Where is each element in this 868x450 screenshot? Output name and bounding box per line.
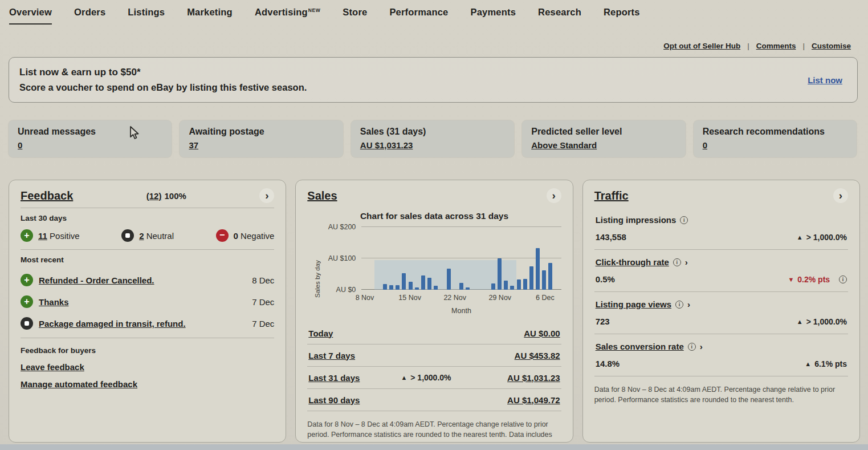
comments-link[interactable]: Comments bbox=[756, 42, 796, 50]
trend-value: > 1,000.0% bbox=[806, 233, 847, 242]
chevron-right-icon[interactable]: › bbox=[687, 300, 690, 309]
nav-item-reports[interactable]: Reports bbox=[604, 7, 640, 25]
nav-item-payments[interactable]: Payments bbox=[470, 7, 516, 25]
today-link[interactable]: Today bbox=[308, 329, 333, 338]
trend-indicator: ▼0.2% pts bbox=[788, 275, 847, 284]
feedback-date: 7 Dec bbox=[252, 297, 274, 307]
metric-sales-conversion-rate: Sales conversion rate › 14.8% ▲6.1% pts bbox=[594, 334, 848, 376]
listing-page-views-link[interactable]: Listing page views bbox=[596, 299, 671, 309]
feedback-count-link[interactable]: (12) bbox=[146, 191, 162, 201]
tile-value-link[interactable]: 0 bbox=[703, 140, 707, 150]
traffic-panel-header: Traffic › bbox=[594, 188, 848, 203]
opt-out-seller-hub-link[interactable]: Opt out of Seller Hub bbox=[663, 42, 740, 50]
customise-link[interactable]: Customise bbox=[812, 42, 851, 50]
chart-bar bbox=[459, 283, 463, 290]
nav-item-listings[interactable]: Listings bbox=[128, 7, 165, 25]
tile-value-link[interactable]: 37 bbox=[189, 140, 198, 150]
list-now-link[interactable]: List now bbox=[808, 75, 842, 85]
info-icon[interactable] bbox=[680, 216, 688, 224]
nav-item-orders[interactable]: Orders bbox=[74, 7, 105, 25]
positive-feedback-icon bbox=[21, 229, 33, 242]
last-90-days-value-link[interactable]: AU $1,049.72 bbox=[507, 395, 560, 405]
trend-up-icon: ▲ bbox=[797, 318, 803, 325]
nav-item-label: Advertising bbox=[255, 7, 308, 17]
sales-chart: Sales by day AU $0AU $100AU $2008 Nov15 … bbox=[307, 227, 561, 315]
last-7-days-link[interactable]: Last 7 days bbox=[308, 351, 355, 360]
trend-indicator: ▲> 1,000.0% bbox=[797, 317, 847, 326]
chart-bar bbox=[409, 282, 413, 290]
banner-subtitle: Score a voucher to spend on eBay by list… bbox=[19, 82, 307, 93]
feedback-panel-header: Feedback (12) 100% › bbox=[21, 188, 274, 203]
negative-count: 0 bbox=[234, 231, 238, 241]
tile-value-link[interactable]: 0 bbox=[18, 140, 22, 150]
new-badge: NEW bbox=[308, 7, 320, 13]
chevron-right-icon[interactable]: › bbox=[685, 258, 688, 266]
chevron-right-icon[interactable]: › bbox=[547, 188, 561, 203]
most-recent-label: Most recent bbox=[21, 256, 274, 264]
last-31-days-value-link[interactable]: AU $1,031.23 bbox=[507, 373, 560, 383]
sales-panel: Sales › Chart for sales data across 31 d… bbox=[295, 180, 573, 443]
last-90-days-link[interactable]: Last 90 days bbox=[308, 395, 360, 405]
listing-impressions-value: 143,558 bbox=[596, 232, 626, 242]
last-31-days-link[interactable]: Last 31 days bbox=[308, 373, 360, 383]
nav-item-performance[interactable]: Performance bbox=[389, 7, 448, 25]
positive-count-link[interactable]: 11 bbox=[38, 231, 47, 241]
info-icon[interactable] bbox=[675, 301, 683, 309]
leave-feedback-link[interactable]: Leave feedback bbox=[21, 362, 274, 372]
sales-conversion-rate-link[interactable]: Sales conversion rate bbox=[596, 342, 684, 351]
click-through-rate-link[interactable]: Click-through rate bbox=[596, 257, 669, 267]
nav-item-advertising[interactable]: AdvertisingNEW bbox=[255, 7, 320, 25]
feedback-date: 7 Dec bbox=[252, 319, 274, 329]
tile-sales-31-days[interactable]: Sales (31 days) AU $1,031.23 bbox=[351, 120, 514, 157]
last-30-days-label: Last 30 days bbox=[21, 214, 274, 222]
sales-title-link[interactable]: Sales bbox=[307, 189, 337, 202]
chart-x-tick: 22 Nov bbox=[443, 294, 466, 302]
tile-value-link[interactable]: Above Standard bbox=[531, 140, 597, 150]
metric-click-through-rate: Click-through rate › 0.5% ▼0.2% pts bbox=[594, 250, 848, 292]
positive-feedback-icon bbox=[21, 295, 33, 308]
nav-item-research[interactable]: Research bbox=[538, 7, 581, 25]
nav-item-overview[interactable]: Overview bbox=[9, 7, 52, 25]
seller-hub-overview-page: Overview Orders Listings Marketing Adver… bbox=[0, 0, 868, 450]
chevron-right-icon[interactable]: › bbox=[700, 342, 703, 351]
info-icon[interactable] bbox=[688, 343, 696, 351]
feedback-comment-link[interactable]: Package damaged in transit, refund. bbox=[39, 319, 186, 329]
bottom-strip bbox=[0, 444, 868, 450]
feedback-neutral-summary: 2 Neutral bbox=[121, 229, 174, 242]
tile-unread-messages[interactable]: Unread messages 0 bbox=[9, 120, 172, 157]
sales-chart-title: Chart for sales data across 31 days bbox=[307, 211, 561, 221]
tile-awaiting-postage[interactable]: Awaiting postage 37 bbox=[180, 120, 343, 157]
neutral-count-link[interactable]: 2 bbox=[139, 231, 144, 241]
info-icon[interactable] bbox=[673, 258, 681, 266]
feedback-title-link[interactable]: Feedback bbox=[21, 189, 73, 202]
feedback-comment-link[interactable]: Thanks bbox=[39, 297, 69, 307]
trend-indicator: ▲6.1% pts bbox=[805, 359, 847, 368]
chevron-right-icon[interactable]: › bbox=[259, 188, 274, 203]
chevron-right-icon[interactable]: › bbox=[833, 188, 848, 203]
feedback-comment-link[interactable]: Refunded - Order Cancelled. bbox=[39, 275, 154, 285]
last-7-days-value-link[interactable]: AU $453.82 bbox=[515, 351, 560, 360]
tile-predicted-seller-level[interactable]: Predicted seller level Above Standard bbox=[522, 120, 685, 157]
today-value-link[interactable]: AU $0.00 bbox=[524, 329, 560, 338]
sales-row-last-90-days: Last 90 days AU $1,049.72 bbox=[307, 389, 561, 411]
chart-bar bbox=[510, 286, 514, 290]
positive-label: Positive bbox=[50, 231, 80, 241]
feedback-percent: 100% bbox=[164, 191, 186, 201]
chart-bar bbox=[498, 258, 502, 290]
recent-feedback-row: Thanks 7 Dec bbox=[21, 291, 274, 313]
negative-feedback-icon bbox=[216, 229, 229, 242]
traffic-title-link[interactable]: Traffic bbox=[594, 189, 629, 202]
nav-item-store[interactable]: Store bbox=[343, 7, 367, 25]
trend-value: > 1,000.0% bbox=[410, 373, 451, 382]
tile-value-link[interactable]: AU $1,031.23 bbox=[360, 140, 413, 150]
feedback-date: 8 Dec bbox=[252, 275, 274, 285]
tile-label: Sales (31 days) bbox=[360, 127, 505, 137]
dashboard-panels: Feedback (12) 100% › Last 30 days 11 Pos… bbox=[9, 180, 860, 443]
tile-research-recommendations[interactable]: Research recommendations 0 bbox=[694, 120, 857, 157]
nav-item-marketing[interactable]: Marketing bbox=[187, 7, 233, 25]
feedback-for-buyers-label: Feedback for buyers bbox=[21, 346, 274, 355]
chart-bar bbox=[542, 270, 546, 290]
chart-bars bbox=[361, 227, 561, 290]
manage-automated-feedback-link[interactable]: Manage automated feedback bbox=[21, 379, 274, 389]
info-icon[interactable] bbox=[839, 275, 847, 283]
